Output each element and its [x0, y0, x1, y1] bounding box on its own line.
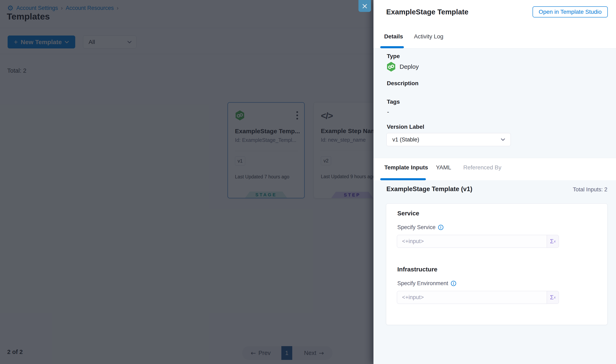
specify-environment-text: Specify Environment [397, 280, 448, 286]
close-icon: × [362, 1, 368, 11]
template-details-drawer: ExampleStage Template Open in Template S… [373, 0, 616, 364]
tags-value: - [387, 108, 389, 115]
type-label: Type [387, 53, 400, 60]
specify-service-label: Specify Service [397, 224, 444, 231]
tab-activity-log[interactable]: Activity Log [414, 33, 443, 40]
template-type: Deploy [386, 62, 419, 72]
drawer-title: ExampleStage Template [386, 8, 468, 16]
inputs-heading: ExampleStage Template (v1) [386, 185, 472, 193]
tab-details[interactable]: Details [384, 33, 403, 40]
chevron-down-icon [501, 138, 505, 141]
active-subtab-indicator [380, 178, 426, 180]
description-label: Description [387, 80, 418, 87]
version-value: v1 (Stable) [392, 137, 419, 143]
drawer-scrim[interactable] [0, 0, 373, 364]
tab-referenced-by[interactable]: Referenced By [463, 164, 501, 171]
version-label: Version Label [387, 124, 424, 130]
close-drawer-button[interactable]: × [358, 0, 371, 12]
infrastructure-section-title: Infrastructure [397, 266, 437, 273]
environment-input-row: Σx [397, 291, 559, 304]
specify-service-text: Specify Service [397, 224, 436, 231]
inputs-card: Service Specify Service Σx Infrastructur… [386, 203, 608, 325]
deploy-hexagon-icon [386, 62, 396, 72]
service-input-row: Σx [397, 235, 559, 248]
total-inputs-count: Total Inputs: 2 [573, 186, 607, 193]
version-select[interactable]: v1 (Stable) [386, 133, 511, 146]
specify-environment-label: Specify Environment [397, 280, 456, 286]
info-icon[interactable] [438, 225, 444, 230]
open-in-template-studio-button[interactable]: Open in Template Studio [533, 6, 608, 17]
service-input[interactable] [397, 235, 547, 248]
service-section-title: Service [397, 210, 419, 217]
info-icon[interactable] [451, 281, 456, 286]
environment-input[interactable] [397, 291, 547, 304]
tags-label: Tags [387, 99, 400, 105]
active-tab-indicator [380, 46, 404, 48]
expression-toggle-icon[interactable]: Σx [547, 235, 559, 248]
expression-toggle-icon[interactable]: Σx [547, 291, 559, 304]
tab-yaml[interactable]: YAML [436, 164, 451, 171]
tab-template-inputs[interactable]: Template Inputs [384, 164, 428, 171]
type-value: Deploy [399, 63, 419, 70]
